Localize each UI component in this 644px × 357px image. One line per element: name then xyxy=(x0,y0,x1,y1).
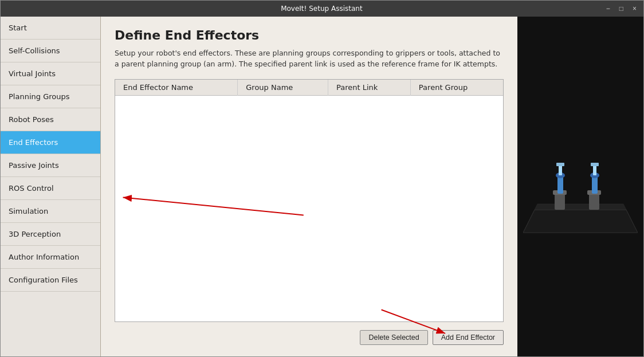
end-effectors-table-container: End Effector Name Group Name Parent Link… xyxy=(115,79,504,323)
sidebar-item-simulation[interactable]: Simulation xyxy=(1,200,100,223)
sidebar-item-ros-control[interactable]: ROS Control xyxy=(1,177,100,200)
svg-rect-12 xyxy=(556,163,564,166)
sidebar-item-passive-joints[interactable]: Passive Joints xyxy=(1,154,100,177)
page-title: Define End Effectors xyxy=(115,28,504,42)
sidebar-item-virtual-joints[interactable]: Virtual Joints xyxy=(1,62,100,85)
sidebar-item-planning-groups[interactable]: Planning Groups xyxy=(1,85,100,108)
svg-rect-11 xyxy=(559,165,562,175)
robot-scene-svg xyxy=(523,130,638,244)
sidebar-item-end-effectors[interactable]: End Effectors xyxy=(1,131,100,154)
svg-rect-7 xyxy=(555,193,565,210)
sidebar-item-author-information[interactable]: Author Information xyxy=(1,246,100,269)
svg-rect-13 xyxy=(589,193,599,210)
close-button[interactable]: × xyxy=(630,3,639,14)
sidebar-item-configuration-files[interactable]: Configuration Files xyxy=(1,269,100,292)
window-title: MoveIt! Setup Assistant xyxy=(40,5,604,13)
svg-rect-17 xyxy=(593,165,596,175)
minimize-button[interactable]: − xyxy=(604,3,612,14)
svg-marker-6 xyxy=(535,204,626,210)
window-body: Start Self-Collisions Virtual Joints Pla… xyxy=(1,17,643,356)
col-group-name: Group Name xyxy=(238,80,328,96)
buttons-row: Delete Selected Add End Effector xyxy=(115,328,504,345)
main-content: Define End Effectors Setup your robot's … xyxy=(101,17,517,356)
end-effectors-table: End Effector Name Group Name Parent Link… xyxy=(115,80,503,96)
sidebar: Start Self-Collisions Virtual Joints Pla… xyxy=(1,17,101,356)
titlebar: MoveIt! Setup Assistant − □ × xyxy=(1,1,643,17)
window: MoveIt! Setup Assistant − □ × Start Self… xyxy=(0,0,644,357)
col-parent-group: Parent Group xyxy=(410,80,503,96)
add-end-effector-button[interactable]: Add End Effector xyxy=(433,330,504,345)
svg-marker-5 xyxy=(523,210,638,233)
col-end-effector-name: End Effector Name xyxy=(115,80,238,96)
sidebar-item-robot-poses[interactable]: Robot Poses xyxy=(1,108,100,131)
page-description: Setup your robot's end effectors. These … xyxy=(115,48,504,70)
delete-selected-button[interactable]: Delete Selected xyxy=(360,330,427,345)
svg-rect-18 xyxy=(591,163,599,166)
col-parent-link: Parent Link xyxy=(328,80,410,96)
sidebar-item-self-collisions[interactable]: Self-Collisions xyxy=(1,40,100,62)
sidebar-item-3d-perception[interactable]: 3D Perception xyxy=(1,223,100,246)
maximize-button[interactable]: □ xyxy=(617,3,626,14)
sidebar-item-start[interactable]: Start xyxy=(1,17,100,40)
3d-viewport xyxy=(517,17,643,356)
robot-scene xyxy=(523,130,638,244)
window-controls: − □ × xyxy=(604,3,639,14)
